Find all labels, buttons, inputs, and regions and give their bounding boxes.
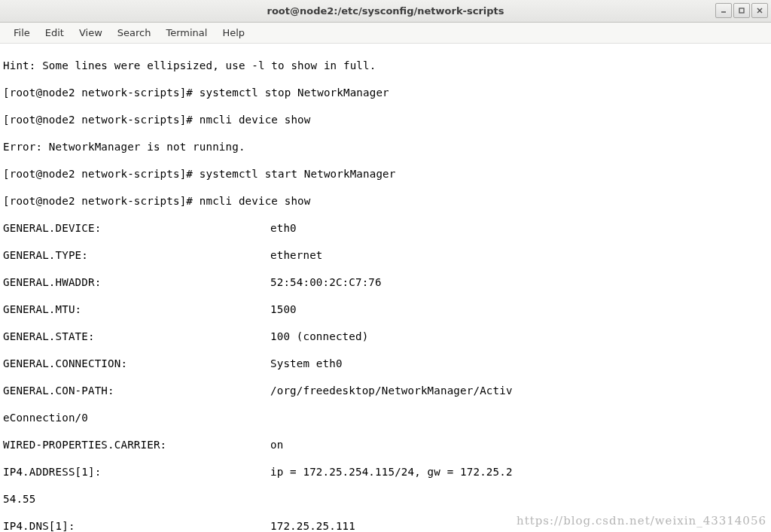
kv-key: GENERAL.DEVICE: xyxy=(3,221,270,235)
kv-key: GENERAL.HWADDR: xyxy=(3,275,270,289)
maximize-button[interactable] xyxy=(733,3,750,18)
menu-edit[interactable]: Edit xyxy=(38,24,72,41)
watermark: https://blog.csdn.net/weixin_43314056 xyxy=(517,514,766,527)
output-line: eConnection/0 xyxy=(3,411,768,424)
kv-value: 100 (connected) xyxy=(270,330,368,343)
kv-value: 172.25.25.111 xyxy=(270,519,355,532)
kv-value: 1500 xyxy=(270,302,297,316)
kv-row: WIRED-PROPERTIES.CARRIER:on xyxy=(3,438,768,451)
svg-rect-1 xyxy=(739,8,744,13)
close-button[interactable] xyxy=(751,3,768,18)
kv-value: System eth0 xyxy=(270,357,343,370)
kv-value: ethernet xyxy=(270,248,323,262)
window-title: root@node2:/etc/sysconfig/network-script… xyxy=(267,5,504,17)
terminal-output[interactable]: Hint: Some lines were ellipsized, use -l… xyxy=(0,44,771,532)
kv-row: GENERAL.HWADDR:52:54:00:2C:C7:76 xyxy=(3,275,768,289)
prompt-line: [root@node2 network-scripts]# nmcli devi… xyxy=(3,113,768,126)
kv-key: IP4.DNS[1]: xyxy=(3,519,270,532)
kv-row: GENERAL.CON-PATH:/org/freedesktop/Networ… xyxy=(3,384,768,397)
prompt-line: [root@node2 network-scripts]# systemctl … xyxy=(3,167,768,181)
kv-key: GENERAL.TYPE: xyxy=(3,248,270,262)
kv-row: GENERAL.MTU:1500 xyxy=(3,302,768,316)
minimize-icon xyxy=(720,7,727,14)
kv-row: IP4.ADDRESS[1]:ip = 172.25.254.115/24, g… xyxy=(3,465,768,479)
kv-key: IP4.ADDRESS[1]: xyxy=(3,465,270,479)
kv-key: WIRED-PROPERTIES.CARRIER: xyxy=(3,438,270,451)
kv-key: GENERAL.MTU: xyxy=(3,302,270,316)
kv-value: on xyxy=(270,438,283,451)
output-line: Error: NetworkManager is not running. xyxy=(3,140,768,154)
kv-row: GENERAL.STATE:100 (connected) xyxy=(3,330,768,343)
kv-value: ip = 172.25.254.115/24, gw = 172.25.2 xyxy=(270,465,513,479)
menu-file[interactable]: File xyxy=(6,24,38,41)
menu-search[interactable]: Search xyxy=(110,24,159,41)
window-titlebar: root@node2:/etc/sysconfig/network-script… xyxy=(0,0,771,23)
kv-row: GENERAL.CONNECTION:System eth0 xyxy=(3,357,768,370)
menubar: File Edit View Search Terminal Help xyxy=(0,23,771,44)
kv-row: GENERAL.DEVICE:eth0 xyxy=(3,221,768,235)
maximize-icon xyxy=(738,7,745,14)
prompt-line: [root@node2 network-scripts]# nmcli devi… xyxy=(3,194,768,208)
kv-key: GENERAL.CONNECTION: xyxy=(3,357,270,370)
menu-view[interactable]: View xyxy=(72,24,110,41)
kv-value: eth0 xyxy=(270,221,297,235)
output-line: 54.55 xyxy=(3,492,768,506)
minimize-button[interactable] xyxy=(715,3,732,18)
kv-value: 52:54:00:2C:C7:76 xyxy=(270,275,382,289)
menu-terminal[interactable]: Terminal xyxy=(158,24,215,41)
kv-key: GENERAL.CON-PATH: xyxy=(3,384,270,397)
kv-value: /org/freedesktop/NetworkManager/Activ xyxy=(270,384,513,397)
menu-help[interactable]: Help xyxy=(215,24,252,41)
kv-row: GENERAL.TYPE:ethernet xyxy=(3,248,768,262)
output-line: Hint: Some lines were ellipsized, use -l… xyxy=(3,59,768,72)
kv-key: GENERAL.STATE: xyxy=(3,330,270,343)
window-controls xyxy=(715,3,768,18)
close-icon xyxy=(756,7,763,14)
prompt-line: [root@node2 network-scripts]# systemctl … xyxy=(3,86,768,99)
